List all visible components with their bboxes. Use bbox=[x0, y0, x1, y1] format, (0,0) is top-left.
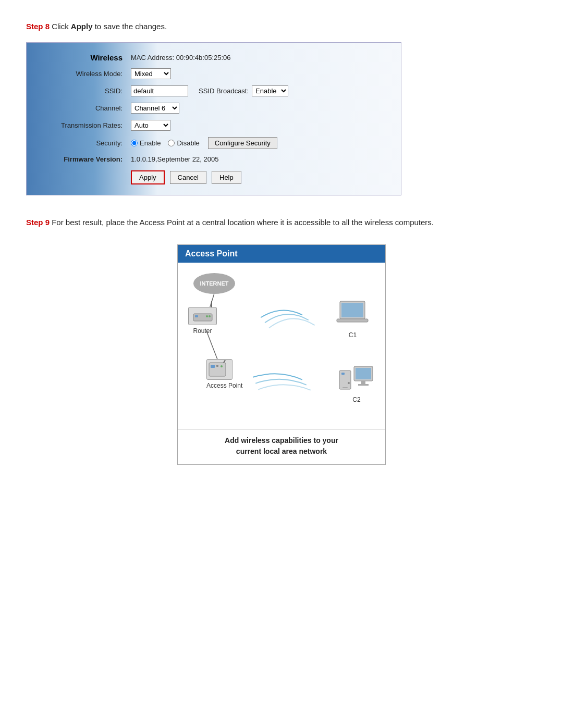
step8-text-after: to save the changes. bbox=[93, 22, 167, 31]
security-options: Enable Disable Configure Security bbox=[131, 137, 277, 149]
ssid-row: SSID: SSID Broadcast: Enable Disable bbox=[32, 85, 385, 96]
svg-rect-6 bbox=[209, 363, 226, 376]
ssid-broadcast-group: SSID Broadcast: Enable Disable bbox=[199, 85, 288, 96]
firmware-label: Firmware Version: bbox=[32, 155, 131, 163]
svg-rect-17 bbox=[358, 384, 369, 386]
svg-rect-21 bbox=[342, 387, 348, 388]
wireless-section-label: Wireless bbox=[32, 53, 131, 62]
mac-label: MAC Address: 00:90:4b:05:25:06 bbox=[131, 54, 231, 61]
internet-label: INTERNET bbox=[200, 280, 229, 287]
ap-caption: Add wireless capabilities to your curren… bbox=[178, 429, 385, 464]
wireless-mode-select[interactable]: Mixed B Only G Only Disabled bbox=[131, 68, 171, 79]
firmware-row: Firmware Version: 1.0.0.19,September 22,… bbox=[32, 155, 385, 163]
help-button[interactable]: Help bbox=[212, 171, 241, 184]
svg-point-20 bbox=[348, 382, 350, 384]
access-point-diagram: Access Point INTERNET bbox=[177, 244, 386, 465]
security-enable-input[interactable] bbox=[131, 140, 138, 146]
internet-bubble: INTERNET bbox=[193, 273, 235, 294]
security-disable-input[interactable] bbox=[168, 140, 175, 146]
ap-device-svg bbox=[208, 360, 231, 378]
ssid-broadcast-select[interactable]: Enable Disable bbox=[252, 85, 288, 96]
mac-value: 00:90:4b:05:25:06 bbox=[176, 54, 231, 61]
laptop-c1: C1 bbox=[336, 299, 370, 339]
ssid-broadcast-label: SSID Broadcast: bbox=[199, 87, 249, 95]
svg-rect-3 bbox=[195, 315, 198, 317]
mac-row: Wireless MAC Address: 00:90:4b:05:25:06 bbox=[32, 53, 385, 62]
channel-select[interactable]: Channel 1 Channel 2 Channel 3 Channel 4 … bbox=[131, 103, 179, 114]
security-disable-radio[interactable]: Disable bbox=[168, 139, 199, 147]
transmission-select[interactable]: Auto 1Mbps 2Mbps 5.5Mbps 11Mbps 54Mbps bbox=[131, 120, 170, 131]
router-antenna bbox=[211, 301, 212, 307]
step8-apply-bold: Apply bbox=[71, 22, 93, 31]
desktop-c2: C2 bbox=[338, 365, 375, 403]
firmware-value: 1.0.0.19,September 22, 2005 bbox=[131, 155, 218, 163]
svg-point-4 bbox=[206, 315, 208, 317]
ap-diagram-content: INTERNET Router bbox=[178, 263, 385, 429]
ap-caption-line1: Add wireless capabilities to your bbox=[225, 436, 338, 445]
svg-rect-16 bbox=[361, 381, 365, 384]
svg-line-10 bbox=[224, 360, 225, 363]
ap-device-icon bbox=[206, 359, 232, 380]
ap-caption-line2: current local area network bbox=[236, 447, 327, 455]
router-icon bbox=[188, 307, 217, 325]
step9-paragraph: Step 9 For best result, place the Access… bbox=[26, 216, 537, 229]
laptop-svg bbox=[336, 299, 370, 328]
svg-rect-13 bbox=[337, 319, 368, 322]
svg-rect-19 bbox=[341, 373, 345, 375]
wireless-mode-label: Wireless Mode: bbox=[32, 70, 131, 78]
security-enable-radio[interactable]: Enable bbox=[131, 139, 161, 147]
apply-button[interactable]: Apply bbox=[131, 170, 165, 184]
button-row: Apply Cancel Help bbox=[32, 170, 385, 184]
svg-rect-18 bbox=[339, 371, 351, 389]
svg-rect-12 bbox=[341, 303, 363, 317]
cancel-button[interactable]: Cancel bbox=[170, 171, 206, 184]
svg-point-5 bbox=[209, 315, 211, 317]
c1-label: C1 bbox=[336, 331, 370, 339]
ap-device-label: Access Point bbox=[206, 382, 242, 389]
channel-row: Channel: Channel 1 Channel 2 Channel 3 C… bbox=[32, 103, 385, 114]
ap-device-box: Access Point bbox=[206, 359, 242, 389]
svg-point-9 bbox=[221, 365, 223, 367]
wireless-panel: Wireless MAC Address: 00:90:4b:05:25:06 … bbox=[26, 42, 401, 195]
transmission-row: Transmission Rates: Auto 1Mbps 2Mbps 5.5… bbox=[32, 120, 385, 131]
configure-security-button[interactable]: Configure Security bbox=[208, 137, 277, 149]
c2-label: C2 bbox=[352, 396, 360, 403]
security-disable-label: Disable bbox=[177, 139, 199, 147]
wireless-mode-row: Wireless Mode: Mixed B Only G Only Disab… bbox=[32, 68, 385, 79]
step8-label: Step 8 bbox=[26, 22, 50, 31]
router-label: Router bbox=[188, 327, 217, 335]
step8-text-before: Click bbox=[50, 22, 71, 31]
ssid-input[interactable] bbox=[131, 85, 188, 96]
ap-diagram-header: Access Point bbox=[178, 245, 385, 263]
step9-text: For best result, place the Access Point … bbox=[50, 218, 434, 227]
security-row: Security: Enable Disable Configure Secur… bbox=[32, 137, 385, 149]
security-enable-label: Enable bbox=[140, 139, 161, 147]
ssid-input-group: SSID Broadcast: Enable Disable bbox=[131, 85, 288, 96]
ssid-label: SSID: bbox=[32, 87, 131, 95]
security-radio-group: Enable Disable bbox=[131, 139, 200, 147]
step9-label: Step 9 bbox=[26, 218, 50, 227]
channel-label: Channel: bbox=[32, 104, 131, 112]
svg-rect-15 bbox=[356, 368, 371, 379]
svg-rect-8 bbox=[216, 365, 218, 367]
step8-paragraph: Step 8 Click Apply to save the changes. bbox=[26, 21, 537, 33]
router-svg bbox=[192, 310, 213, 323]
desktop-icon bbox=[338, 365, 375, 394]
router-box: Router bbox=[188, 307, 217, 335]
svg-rect-7 bbox=[211, 365, 215, 368]
desktop-svg bbox=[338, 365, 375, 394]
transmission-label: Transmission Rates: bbox=[32, 121, 131, 129]
security-label: Security: bbox=[32, 139, 131, 147]
